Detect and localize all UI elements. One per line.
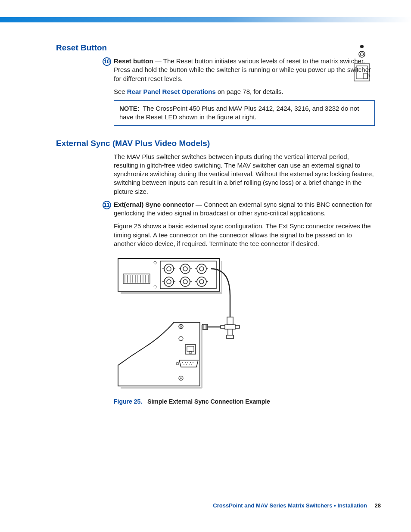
heading-reset: Reset Button: [56, 43, 375, 53]
callout-number-11: 11: [103, 201, 111, 209]
page-content: Reset Button 10 Reset button — The Reset…: [56, 43, 375, 405]
callout-11-label: Ext(ernal) Sync connector: [114, 201, 194, 208]
svg-rect-52: [227, 335, 234, 339]
figure-25-diagram: [114, 257, 252, 392]
svg-rect-58: [121, 387, 202, 389]
svg-rect-4: [356, 66, 367, 79]
extsync-para2: Figure 25 shows a basic external sync co…: [114, 222, 375, 248]
note-box: NOTE: The CrossPoint 450 Plus and MAV Pl…: [114, 100, 375, 126]
svg-point-0: [360, 45, 364, 48]
heading-extsync: External Sync (MAV Plus Video Models): [56, 139, 375, 148]
extsync-intro: The MAV Plus switcher switches between i…: [114, 152, 375, 196]
svg-rect-47: [227, 317, 233, 325]
callout-11-body: Ext(ernal) Sync connector — Connect an e…: [114, 200, 375, 218]
svg-point-72: [189, 364, 190, 365]
note-text: The CrossPoint 450 Plus and MAV Plus 241…: [119, 105, 359, 121]
see-suffix: on page 78, for details.: [216, 88, 283, 95]
reset-see-line: See Rear Panel Reset Operations on page …: [114, 87, 375, 96]
rear-panel-reset-link[interactable]: Rear Panel Reset Operations: [127, 88, 216, 95]
see-prefix: See: [114, 88, 127, 95]
svg-point-2: [361, 53, 364, 56]
svg-point-71: [186, 364, 187, 365]
svg-rect-49: [221, 326, 225, 328]
reset-panel-diagram: [349, 43, 375, 90]
svg-point-73: [191, 364, 192, 365]
svg-rect-57: [201, 325, 202, 388]
svg-point-67: [187, 362, 188, 363]
section-reset: Reset Button 10 Reset button — The Reset…: [56, 43, 375, 126]
figure-25: Figure 25.Simple External Sync Connectio…: [114, 257, 375, 405]
svg-point-1: [359, 51, 365, 57]
svg-rect-8: [121, 292, 222, 294]
svg-point-68: [190, 362, 191, 363]
svg-point-66: [185, 362, 186, 363]
callout-10-body: Reset button — The Reset button initiate…: [114, 57, 375, 83]
note-label: NOTE:: [119, 105, 140, 112]
svg-rect-51: [228, 329, 232, 335]
page: Reset Button 10 Reset button — The Reset…: [0, 0, 411, 532]
callout-10-label: Reset button: [114, 57, 153, 65]
figure-25-caption: Figure 25.Simple External Sync Connectio…: [114, 398, 375, 405]
svg-point-65: [182, 362, 183, 363]
svg-point-69: [193, 362, 193, 363]
figure-title: Simple External Sync Connection Example: [147, 398, 270, 405]
svg-rect-50: [235, 326, 240, 328]
header-accent-bar: [0, 17, 411, 22]
footer-page-number: 28: [375, 502, 381, 509]
callout-number-10: 10: [103, 57, 111, 66]
svg-point-70: [184, 364, 184, 365]
svg-rect-7: [221, 261, 222, 293]
footer-text: CrossPoint and MAV Series Matrix Switche…: [213, 502, 367, 509]
figure-label: Figure 25.: [114, 398, 142, 405]
page-footer: CrossPoint and MAV Series Matrix Switche…: [0, 502, 381, 509]
callout-11: 11 Ext(ernal) Sync connector — Connect a…: [103, 200, 375, 218]
svg-rect-5: [364, 73, 367, 79]
callout-10: 10 Reset button — The Reset button initi…: [103, 57, 375, 83]
section-external-sync: External Sync (MAV Plus Video Models) Th…: [56, 139, 375, 405]
svg-rect-48: [225, 325, 235, 329]
